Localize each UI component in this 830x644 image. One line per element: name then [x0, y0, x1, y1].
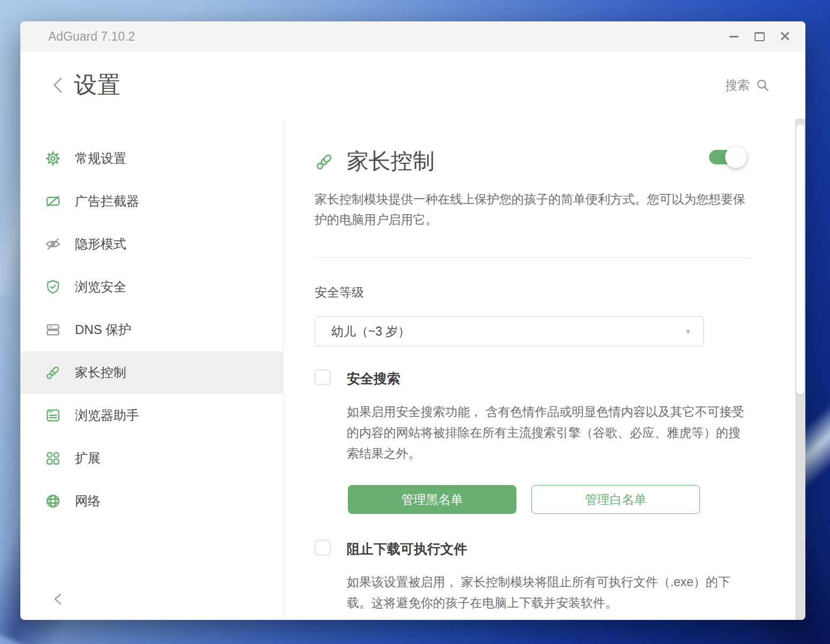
sidebar-item-extensions[interactable]: 扩展	[20, 437, 283, 480]
sidebar-item-label: 扩展	[75, 450, 101, 467]
sidebar-item-general-settings[interactable]: 常规设置	[20, 137, 283, 180]
chevron-left-icon	[50, 591, 66, 607]
block-executables-label: 阻止下载可执行文件	[347, 540, 467, 558]
safe-search-label: 安全搜索	[347, 370, 400, 388]
sidebar-item-ad-blocker[interactable]: 广告拦截器	[20, 180, 283, 223]
sidebar-item-label: 隐形模式	[75, 236, 126, 253]
sidebar-item-label: 浏览安全	[75, 278, 126, 296]
sidebar-item-dns-protection[interactable]: DNS 保护	[20, 308, 283, 351]
sidebar-item-label: DNS 保护	[75, 321, 131, 338]
sidebar-item-browsing-security[interactable]: 浏览安全	[20, 266, 283, 308]
stealth-eye-icon	[45, 236, 61, 252]
minimize-icon	[729, 36, 738, 37]
sidebar-item-label: 常规设置	[75, 150, 126, 167]
window-title: AdGuard 7.10.2	[48, 29, 135, 44]
gear-icon	[45, 150, 61, 166]
dns-server-icon	[45, 322, 61, 338]
close-button[interactable]	[772, 26, 798, 47]
extensions-grid-icon	[45, 450, 61, 466]
sidebar: 常规设置 广告拦截器 隐形模式	[20, 119, 284, 620]
maximize-icon	[755, 32, 765, 41]
sidebar-item-network[interactable]: 网络	[20, 480, 283, 522]
close-icon	[780, 32, 790, 41]
back-button[interactable]	[50, 74, 68, 96]
desktop-wallpaper: AdGuard 7.10.2 设置 搜索	[0, 0, 830, 644]
window-controls	[721, 26, 798, 47]
adguard-window: AdGuard 7.10.2 设置 搜索	[20, 21, 805, 620]
titlebar: AdGuard 7.10.2	[20, 21, 805, 51]
sidebar-item-label: 网络	[75, 493, 101, 510]
maximize-button[interactable]	[747, 26, 772, 47]
toggle-knob	[725, 146, 747, 168]
sidebar-item-label: 广告拦截器	[75, 193, 139, 210]
sidebar-item-label: 浏览器助手	[75, 407, 139, 424]
parental-control-panel: 家长控制 家长控制模块提供一种在线上保护您的孩子的简单便利方式。您可以为您想要保…	[284, 119, 805, 620]
page-title: 设置	[74, 70, 121, 101]
divider	[315, 257, 752, 258]
security-level-select[interactable]: 幼儿（~3 岁） ▼	[315, 316, 704, 346]
panel-title-row: 家长控制	[315, 147, 435, 176]
list-buttons-row: 管理黑名单 管理白名单	[348, 485, 700, 514]
minimize-button[interactable]	[721, 26, 747, 47]
browser-window-icon	[45, 407, 61, 423]
sidebar-item-browser-assistant[interactable]: 浏览器助手	[20, 394, 283, 437]
safe-search-description: 如果启用安全搜索功能， 含有色情作品或明显色情内容以及其它不可接受的内容的网站将…	[347, 401, 747, 464]
security-level-value: 幼儿（~3 岁）	[331, 323, 410, 340]
block-executables-checkbox[interactable]	[315, 540, 331, 556]
settings-header: 设置 搜索	[20, 51, 805, 119]
chevron-down-icon: ▼	[684, 328, 691, 336]
search-label: 搜索	[725, 77, 750, 94]
shield-check-icon	[45, 279, 61, 295]
panel-title: 家长控制	[347, 147, 435, 176]
security-level-label: 安全等级	[315, 284, 364, 301]
parental-control-toggle[interactable]	[709, 150, 742, 164]
sidebar-collapse-button[interactable]	[50, 591, 66, 607]
block-executables-description: 如果该设置被启用， 家长控制模块将阻止所有可执行文件（.exe）的下载。这将避免…	[347, 572, 747, 613]
sidebar-item-stealth-mode[interactable]: 隐形模式	[20, 223, 283, 266]
manage-blacklist-button[interactable]: 管理黑名单	[348, 485, 516, 514]
scrollbar-track[interactable]	[795, 119, 805, 620]
sidebar-item-label: 家长控制	[75, 364, 126, 381]
panel-description: 家长控制模块提供一种在线上保护您的孩子的简单便利方式。您可以为您想要保护的电脑用…	[315, 189, 756, 230]
manage-whitelist-button[interactable]: 管理白名单	[531, 485, 700, 514]
chevron-left-icon	[50, 74, 66, 96]
safe-search-checkbox[interactable]	[315, 369, 331, 385]
pacifier-icon	[315, 152, 334, 171]
scrollbar-thumb[interactable]	[796, 124, 804, 395]
globe-icon	[45, 493, 61, 509]
pacifier-icon	[45, 365, 61, 381]
safe-search-row: 安全搜索	[315, 369, 400, 388]
block-executables-row: 阻止下载可执行文件	[315, 540, 467, 558]
ad-blocker-icon	[45, 193, 61, 209]
search-icon	[755, 78, 770, 93]
window-body: 常规设置 广告拦截器 隐形模式	[20, 119, 805, 620]
sidebar-item-parental-control[interactable]: 家长控制	[20, 351, 283, 394]
search-control[interactable]: 搜索	[725, 77, 770, 94]
